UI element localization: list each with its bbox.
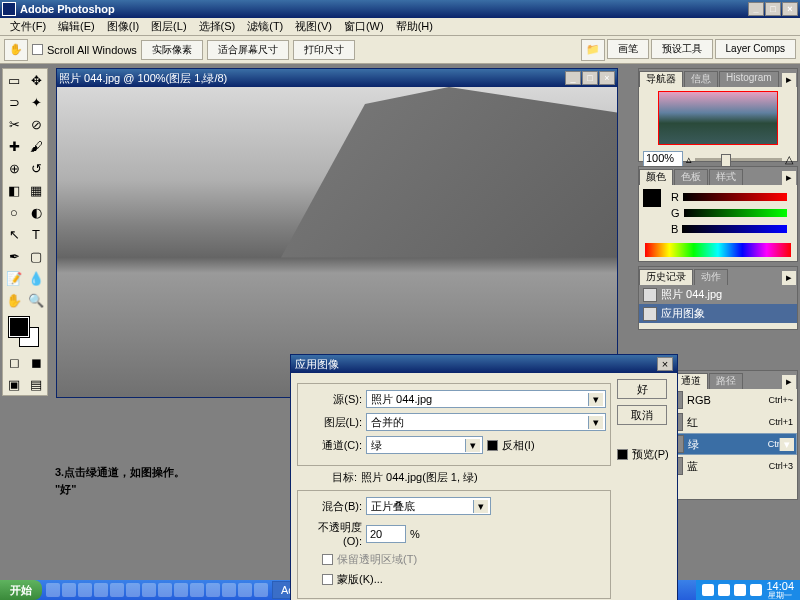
screenmode-std[interactable]: ▣ [3,373,25,395]
blur-tool[interactable]: ○ [3,201,25,223]
menu-image[interactable]: 图像(I) [101,18,145,35]
tray-icon[interactable] [734,584,746,596]
zoom-tool[interactable]: 🔍 [25,289,47,311]
pen-tool[interactable]: ✒ [3,245,25,267]
maximize-button[interactable]: □ [765,2,781,16]
tray-icon[interactable] [718,584,730,596]
channel-select[interactable]: 绿 [366,436,483,454]
eraser-tool[interactable]: ◧ [3,179,25,201]
ql-icon[interactable] [238,583,252,597]
lasso-tool[interactable]: ⊃ [3,91,25,113]
mask-checkbox[interactable] [322,574,333,585]
zoom-out-icon[interactable]: ▵ [686,153,692,166]
history-snapshot[interactable]: 照片 044.jpg [639,285,797,304]
doc-maximize-button[interactable]: □ [582,71,598,85]
menu-window[interactable]: 窗口(W) [338,18,390,35]
screenmode-full[interactable]: ▤ [25,373,47,395]
opacity-input[interactable]: 20 [366,525,406,543]
tab-paths[interactable]: 路径 [709,373,743,389]
minimize-button[interactable]: _ [748,2,764,16]
actual-pixels-button[interactable]: 实际像素 [141,40,203,60]
menu-view[interactable]: 视图(V) [289,18,338,35]
menu-file[interactable]: 文件(F) [4,18,52,35]
tab-histogram[interactable]: Histogram [719,71,779,87]
start-button[interactable]: 开始 [0,580,42,600]
quickmask-on[interactable]: ◼ [25,351,47,373]
wand-tool[interactable]: ✦ [25,91,47,113]
ql-icon[interactable] [110,583,124,597]
history-brush-tool[interactable]: ↺ [25,157,47,179]
document-titlebar[interactable]: 照片 044.jpg @ 100%(图层 1,绿/8) _ □ × [57,69,617,87]
gradient-tool[interactable]: ▦ [25,179,47,201]
menu-select[interactable]: 选择(S) [193,18,242,35]
ql-icon[interactable] [206,583,220,597]
quickmask-off[interactable]: ◻ [3,351,25,373]
ql-icon[interactable] [158,583,172,597]
ql-icon[interactable] [254,583,268,597]
path-tool[interactable]: ↖ [3,223,25,245]
ql-icon[interactable] [222,583,236,597]
dock-tab-brushes[interactable]: 画笔 [607,39,649,59]
close-button[interactable]: × [782,2,798,16]
source-select[interactable]: 照片 044.jpg [366,390,606,408]
crop-tool[interactable]: ✂ [3,113,25,135]
tab-navigator[interactable]: 导航器 [639,71,683,87]
doc-minimize-button[interactable]: _ [565,71,581,85]
color-wells[interactable] [3,311,47,351]
ql-icon[interactable] [142,583,156,597]
tab-history[interactable]: 历史记录 [639,269,693,285]
tab-styles[interactable]: 样式 [709,169,743,185]
doc-close-button[interactable]: × [599,71,615,85]
print-size-button[interactable]: 打印尺寸 [293,40,355,60]
dialog-titlebar[interactable]: 应用图像 × [291,355,677,373]
zoom-slider[interactable] [695,158,782,161]
notes-tool[interactable]: 📝 [3,267,25,289]
stamp-tool[interactable]: ⊕ [3,157,25,179]
canvas[interactable] [57,87,617,397]
scroll-all-checkbox[interactable] [32,44,43,55]
shape-tool[interactable]: ▢ [25,245,47,267]
red-slider[interactable] [683,193,787,201]
layer-select[interactable]: 合并的 [366,413,606,431]
tab-channels[interactable]: 通道 [674,373,708,389]
ql-icon[interactable] [126,583,140,597]
hand-tool-icon[interactable]: ✋ [4,39,28,61]
move-tool[interactable]: ✥ [25,69,47,91]
menu-layer[interactable]: 图层(L) [145,18,192,35]
tray-icon[interactable] [702,584,714,596]
zoom-in-icon[interactable]: △ [785,153,793,166]
file-browser-icon[interactable]: 📁 [581,39,605,61]
navigator-thumbnail[interactable] [658,91,778,145]
panel-menu-icon[interactable]: ▸ [782,73,796,87]
dock-tab-tool-presets[interactable]: 预设工具 [651,39,713,59]
color-spectrum[interactable] [645,243,791,257]
marquee-tool[interactable]: ▭ [3,69,25,91]
menu-help[interactable]: 帮助(H) [390,18,439,35]
brush-tool[interactable]: 🖌 [25,135,47,157]
cancel-button[interactable]: 取消 [617,405,667,425]
ql-icon[interactable] [46,583,60,597]
ql-icon[interactable] [62,583,76,597]
hand-tool[interactable]: ✋ [3,289,25,311]
color-fg-swatch[interactable] [643,189,661,207]
panel-menu-icon[interactable]: ▸ [782,271,796,285]
slice-tool[interactable]: ⊘ [25,113,47,135]
dialog-close-button[interactable]: × [657,357,673,371]
dock-tab-layer-comps[interactable]: Layer Comps [715,39,796,59]
ok-button[interactable]: 好 [617,379,667,399]
history-step[interactable]: 应用图象 [639,304,797,323]
ql-icon[interactable] [174,583,188,597]
panel-menu-icon[interactable]: ▸ [782,171,796,185]
blend-select[interactable]: 正片叠底 [366,497,491,515]
green-slider[interactable] [684,209,787,217]
invert-checkbox[interactable] [487,440,498,451]
foreground-color[interactable] [9,317,29,337]
panel-menu-icon[interactable]: ▸ [782,375,796,389]
blue-slider[interactable] [682,225,787,233]
eyedropper-tool[interactable]: 💧 [25,267,47,289]
zoom-input[interactable]: 100% [643,151,683,167]
tray-icon[interactable] [750,584,762,596]
tab-info[interactable]: 信息 [684,71,718,87]
ql-icon[interactable] [78,583,92,597]
dodge-tool[interactable]: ◐ [25,201,47,223]
